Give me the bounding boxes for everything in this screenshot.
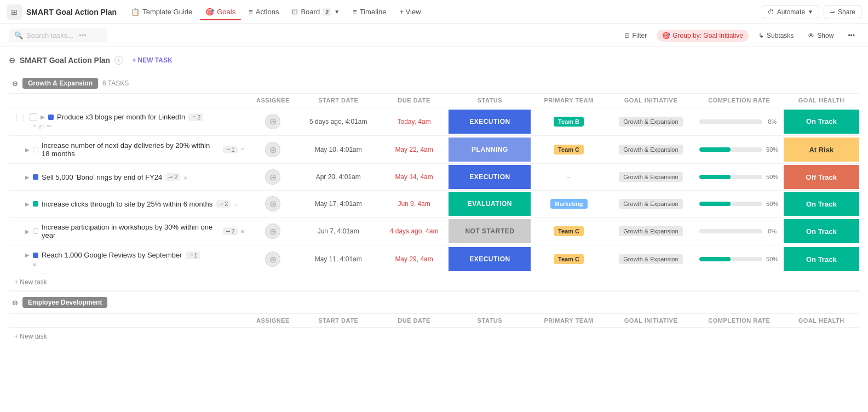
subtask-badge-2[interactable]: ⇀ 1 bbox=[223, 146, 238, 153]
task-name-3[interactable]: Sell 5,000 'Bono' rings by end of FY24 bbox=[42, 173, 162, 181]
new-task-link-growth[interactable]: + New task bbox=[14, 278, 47, 286]
health-cell-1[interactable]: On Track bbox=[784, 107, 859, 136]
status-badge-5: NOT STARTED bbox=[449, 219, 531, 243]
edit-icon-1[interactable]: ✏ bbox=[47, 123, 51, 130]
subtask-icon-4: ⇀ bbox=[219, 201, 223, 207]
progress-pct-5: 0% bbox=[766, 228, 779, 234]
health-cell-4[interactable]: On Track bbox=[784, 191, 859, 218]
due-date-cell-2: May 22, 4am bbox=[380, 136, 449, 164]
expand-button-1[interactable]: ▶ bbox=[41, 114, 45, 120]
table-row: ▶ Sell 5,000 'Bono' rings by end of FY24… bbox=[9, 164, 859, 191]
expand-button-4[interactable]: ▶ bbox=[25, 201, 30, 207]
tab-view[interactable]: + View bbox=[394, 4, 426, 19]
expand-button-3[interactable]: ▶ bbox=[25, 174, 30, 180]
progress-bar-bg-6 bbox=[699, 257, 762, 261]
team-badge-2[interactable]: Team C bbox=[554, 145, 584, 154]
assignee-avatar-3[interactable]: ⊕ bbox=[265, 169, 280, 185]
group-by-button[interactable]: 🎯 Group by: Goal Initiative bbox=[657, 30, 749, 42]
assignee-avatar-4[interactable]: ⊕ bbox=[265, 196, 280, 211]
team-badge-5[interactable]: Team C bbox=[554, 226, 584, 236]
due-date-cell-3: May 14, 4am bbox=[380, 164, 449, 191]
tag-icon-1[interactable]: 🏷 bbox=[38, 123, 44, 130]
goal-init-badge-4[interactable]: Growth & Expansion bbox=[619, 199, 682, 209]
list-icon-1[interactable]: ≡ bbox=[33, 123, 36, 130]
team-badge-4[interactable]: Marketing bbox=[550, 199, 588, 209]
project-collapse-button[interactable]: ⊖ bbox=[9, 56, 15, 65]
new-task-link-employee[interactable]: + New task bbox=[14, 333, 47, 340]
more-options-button[interactable]: ••• bbox=[843, 30, 859, 42]
assignee-avatar-6[interactable]: ⊕ bbox=[265, 251, 280, 267]
subtask-badge-4[interactable]: ⇀ 2 bbox=[216, 200, 231, 208]
task-name-5[interactable]: Increase participation in workshops by 3… bbox=[42, 223, 220, 239]
expand-button-5[interactable]: ▶ bbox=[25, 228, 30, 234]
subtask-badge-1[interactable]: ⇀ 2 bbox=[188, 113, 203, 121]
project-title: SMART Goal Action Plan bbox=[20, 56, 110, 65]
assignee-avatar-2[interactable]: ⊕ bbox=[265, 142, 280, 157]
new-task-row-growth: + New task bbox=[9, 273, 859, 291]
expand-button-6[interactable]: ▶ bbox=[25, 252, 30, 258]
list-icon-5[interactable]: ≡ bbox=[241, 228, 244, 234]
subtasks-button[interactable]: ↳ Subtasks bbox=[754, 30, 798, 42]
progress-bar-bg-2 bbox=[699, 147, 762, 152]
group-collapse-icon[interactable]: ⊖ bbox=[12, 79, 18, 88]
status-cell-4[interactable]: EVALUATION bbox=[449, 191, 531, 218]
new-task-button[interactable]: + NEW TASK bbox=[132, 56, 172, 64]
task-name-cell-4: ▶ Increase clicks through to site by 25%… bbox=[9, 191, 249, 218]
show-button[interactable]: 👁 Show bbox=[803, 30, 838, 42]
more-icon: ••• bbox=[848, 32, 855, 39]
tab-actions[interactable]: ≡ Actions bbox=[243, 4, 284, 19]
add-assignee-icon: ⊕ bbox=[269, 116, 277, 127]
subtask-badge-6[interactable]: ⇀ 1 bbox=[186, 251, 200, 259]
task-name-1[interactable]: Produce x3 blogs per month for LinkedIn bbox=[57, 113, 185, 121]
tab-template-guide[interactable]: 📋 Template Guide bbox=[125, 4, 198, 19]
subtask-badge-5[interactable]: ⇀ 2 bbox=[223, 227, 238, 235]
team-badge-6[interactable]: Team C bbox=[554, 254, 584, 264]
filter-button[interactable]: ⊟ Filter bbox=[620, 30, 652, 42]
task-name-4[interactable]: Increase clicks through to site by 25% w… bbox=[42, 200, 212, 208]
goal-init-badge-2[interactable]: Growth & Expansion bbox=[619, 145, 682, 154]
status-cell-6[interactable]: EXECUTION bbox=[449, 245, 531, 273]
tab-goals[interactable]: 🎯 Goals bbox=[200, 4, 241, 19]
list-icon-3[interactable]: ≡ bbox=[183, 174, 187, 180]
status-cell-5[interactable]: NOT STARTED bbox=[449, 218, 531, 245]
tab-board[interactable]: ⊡ Board 2 ▼ bbox=[286, 4, 345, 19]
expand-button-2[interactable]: ▶ bbox=[25, 147, 30, 153]
status-cell-1[interactable]: EXECUTION bbox=[449, 107, 531, 136]
search-box[interactable]: 🔍 Search tasks... ••• bbox=[9, 28, 107, 42]
automate-button[interactable]: ⏱ Automate ▼ bbox=[762, 5, 819, 19]
assignee-avatar-1[interactable]: ⊕ bbox=[265, 114, 280, 129]
goal-init-badge-5[interactable]: Growth & Expansion bbox=[619, 226, 682, 236]
task-checkbox-1[interactable] bbox=[30, 113, 37, 121]
goal-init-badge-6[interactable]: Growth & Expansion bbox=[619, 254, 682, 264]
group-by-icon: 🎯 bbox=[662, 32, 670, 39]
goal-init-badge-1[interactable]: Growth & Expansion bbox=[619, 117, 682, 127]
goal-init-badge-3[interactable]: Growth & Expansion bbox=[619, 172, 682, 182]
health-cell-5[interactable]: On Track bbox=[784, 218, 859, 245]
team-cell-1: Team B bbox=[531, 107, 606, 136]
team-none-3: – bbox=[567, 173, 571, 181]
drag-handle[interactable]: ⋮⋮ bbox=[13, 113, 26, 121]
health-cell-3[interactable]: Off Track bbox=[784, 164, 859, 191]
share-button[interactable]: ⇀ Share bbox=[824, 5, 861, 19]
assignee-avatar-5[interactable]: ⊕ bbox=[265, 224, 280, 239]
tab-timeline[interactable]: ≡ Timeline bbox=[347, 4, 392, 19]
team-cell-3: – bbox=[531, 164, 606, 191]
task-name-6[interactable]: Reach 1,000 Google Reviews by September bbox=[42, 251, 182, 259]
group-collapse-icon-2[interactable]: ⊖ bbox=[12, 299, 18, 307]
table-wrapper: ⊖ Growth & Expansion 6 TASKS ASSIGNEE ST… bbox=[9, 73, 859, 345]
list-icon-4[interactable]: ≡ bbox=[234, 201, 237, 207]
add-assignee-icon-5: ⊕ bbox=[269, 226, 277, 237]
status-cell-3[interactable]: EXECUTION bbox=[449, 164, 531, 191]
team-badge-1[interactable]: Team B bbox=[554, 117, 584, 127]
add-assignee-icon-2: ⊕ bbox=[269, 145, 277, 155]
progress-pct-4: 50% bbox=[766, 201, 779, 207]
subtask-badge-3[interactable]: ⇀ 2 bbox=[165, 173, 180, 181]
list-icon-2[interactable]: ≡ bbox=[241, 146, 244, 153]
health-cell-6[interactable]: On Track bbox=[784, 245, 859, 273]
status-cell-2[interactable]: PLANNING bbox=[449, 136, 531, 164]
start-date-cell-4: May 17, 4:01am bbox=[297, 191, 380, 218]
health-cell-2[interactable]: At Risk bbox=[784, 136, 859, 164]
task-name-2[interactable]: Increase number of next day deliveries b… bbox=[42, 141, 220, 158]
list-icon-6[interactable]: ≡ bbox=[33, 261, 36, 267]
completion-cell-6: 50% bbox=[695, 245, 783, 273]
